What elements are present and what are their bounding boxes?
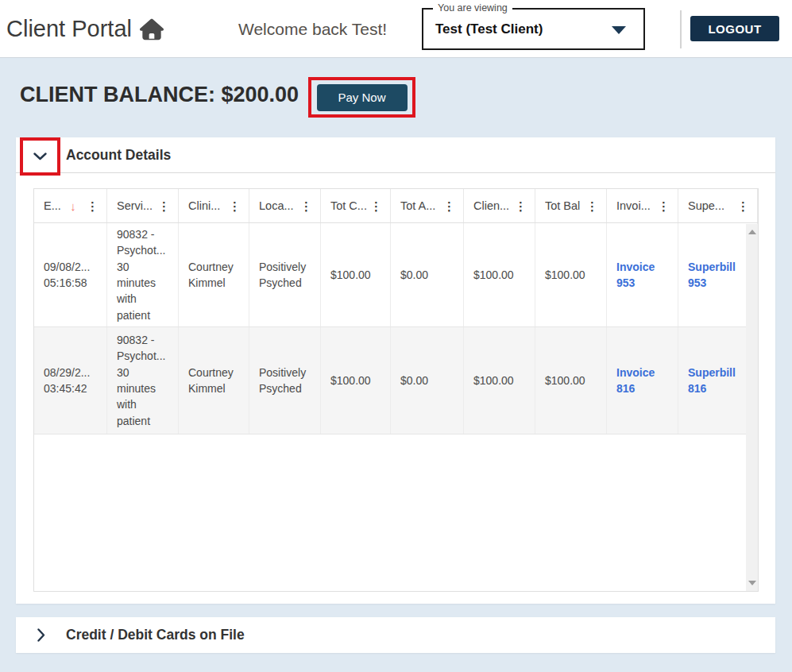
welcome-message: Welcome back Test!	[238, 0, 387, 58]
cell-tot-balance: $100.00	[535, 223, 607, 326]
grid-vertical-scrollbar[interactable]	[746, 224, 758, 591]
cell-client-payments: $100.00	[464, 223, 535, 326]
brand: Client Portal	[6, 0, 164, 58]
event-date: 09/08/2...	[44, 259, 90, 275]
annotation-box-pay-now: Pay Now	[308, 77, 415, 118]
cell-tot-charges: $100.00	[321, 327, 391, 434]
column-menu-icon[interactable]: ⋮	[656, 200, 671, 212]
column-menu-icon[interactable]: ⋮	[227, 200, 242, 212]
column-header-tot-adjustments[interactable]: Tot A... ⋮	[391, 189, 464, 222]
logout-button[interactable]: LOGOUT	[690, 16, 779, 41]
top-bar: Client Portal Welcome back Test! You are…	[0, 0, 792, 58]
cell-tot-charges: $100.00	[321, 223, 391, 326]
column-menu-icon[interactable]: ⋮	[585, 200, 600, 212]
superbill-link[interactable]: Superbill 953	[688, 259, 749, 292]
column-label: Clini...	[188, 199, 220, 212]
cell-invoice: Invoice 816	[607, 327, 678, 434]
column-label: Invoi...	[616, 199, 651, 212]
invoice-link[interactable]: Invoice 953	[616, 259, 670, 292]
cell-clinician: Courtney Kimmel	[179, 327, 249, 434]
cards-on-file-title: Credit / Debit Cards on File	[66, 627, 245, 643]
cell-client-payments: $100.00	[464, 327, 535, 434]
cell-event-date: 08/29/2... 03:45:42	[34, 327, 107, 434]
column-menu-icon[interactable]: ⋮	[369, 200, 384, 212]
superbill-link[interactable]: Superbill 816	[688, 365, 749, 397]
cell-tot-adjustments: $0.00	[391, 327, 464, 434]
column-header-client-payments[interactable]: Clien... ⋮	[464, 189, 535, 222]
cell-tot-balance: $100.00	[535, 327, 607, 434]
column-header-tot-charges[interactable]: Tot C... ⋮	[321, 189, 391, 222]
column-header-superbill[interactable]: Supe... ⋮	[678, 189, 758, 222]
table-row: 08/29/2... 03:45:42 90832 - Psychot... 3…	[34, 327, 758, 434]
cell-service: 90832 - Psychot... 30 minutes with patie…	[107, 327, 179, 434]
event-time: 05:16:58	[44, 275, 90, 291]
column-header-location[interactable]: Loca... ⋮	[249, 189, 321, 222]
invoice-link[interactable]: Invoice 816	[616, 365, 670, 397]
table-row: 09/08/2... 05:16:58 90832 - Psychot... 3…	[34, 223, 758, 327]
cards-on-file-panel[interactable]: Credit / Debit Cards on File	[16, 617, 775, 653]
scroll-down-icon[interactable]	[748, 581, 756, 585]
chevron-down-icon[interactable]	[33, 153, 47, 160]
brand-title: Client Portal	[6, 16, 132, 42]
dropdown-caret-icon[interactable]	[612, 26, 626, 34]
account-details-panel: Account Details E... ↓ ⋮ Servi... ⋮ Clin…	[16, 137, 775, 604]
client-portal-page: Client Portal Welcome back Test! You are…	[0, 0, 792, 672]
client-balance-heading: CLIENT BALANCE: $200.00	[20, 83, 299, 107]
column-menu-icon[interactable]: ⋮	[156, 200, 172, 212]
column-label: Loca...	[259, 199, 294, 212]
column-header-tot-balance[interactable]: Tot Bal ⋮	[535, 189, 607, 222]
account-details-grid: E... ↓ ⋮ Servi... ⋮ Clini... ⋮ Loca... ⋮	[33, 188, 759, 592]
event-time: 03:45:42	[44, 380, 90, 396]
pay-now-button[interactable]: Pay Now	[317, 84, 408, 111]
column-header-invoice[interactable]: Invoi... ⋮	[607, 189, 678, 222]
annotation-box-collapse-chevron	[20, 137, 60, 176]
event-date: 08/29/2...	[44, 365, 90, 380]
column-label: Servi...	[117, 199, 153, 212]
cell-event-date: 09/08/2... 05:16:58	[34, 223, 107, 326]
cell-location: Positively Psyched	[249, 327, 321, 434]
column-menu-icon[interactable]: ⋮	[442, 200, 457, 212]
account-details-title: Account Details	[66, 137, 171, 173]
client-selector-value: Test (Test Client)	[435, 10, 543, 48]
scroll-up-icon[interactable]	[748, 230, 756, 234]
column-header-event-date[interactable]: E... ↓ ⋮	[34, 189, 107, 222]
column-label: Tot Bal	[545, 199, 580, 212]
account-details-header[interactable]: Account Details	[16, 137, 775, 173]
column-menu-icon[interactable]: ⋮	[85, 200, 100, 212]
header-divider	[680, 10, 682, 48]
sort-descending-icon[interactable]: ↓	[70, 199, 76, 213]
cell-clinician: Courtney Kimmel	[179, 223, 249, 326]
cell-service: 90832 - Psychot... 30 minutes with patie…	[107, 223, 179, 326]
column-header-clinician[interactable]: Clini... ⋮	[179, 189, 249, 222]
column-menu-icon[interactable]: ⋮	[299, 200, 314, 212]
cell-invoice: Invoice 953	[607, 223, 678, 326]
home-icon[interactable]	[140, 17, 164, 41]
cell-location: Positively Psyched	[249, 223, 321, 326]
column-menu-icon[interactable]: ⋮	[736, 200, 751, 212]
column-header-service[interactable]: Servi... ⋮	[107, 189, 179, 222]
client-selector-dropdown[interactable]: You are viewing Test (Test Client)	[422, 8, 645, 50]
cell-tot-adjustments: $0.00	[391, 223, 464, 326]
column-label: E...	[44, 199, 61, 212]
column-menu-icon[interactable]: ⋮	[513, 200, 528, 212]
column-label: Clien...	[473, 199, 509, 212]
chevron-right-icon[interactable]	[37, 628, 45, 642]
column-label: Tot A...	[400, 199, 435, 212]
column-label: Supe...	[688, 199, 724, 212]
grid-header-row: E... ↓ ⋮ Servi... ⋮ Clini... ⋮ Loca... ⋮	[34, 189, 758, 223]
column-label: Tot C...	[330, 199, 367, 212]
